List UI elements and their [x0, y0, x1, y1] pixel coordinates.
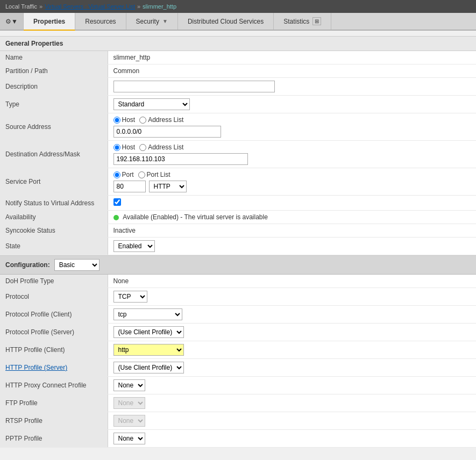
- dest-host-radio[interactable]: [113, 144, 120, 151]
- table-row: Protocol Profile (Client) tcp tcp-wan-op…: [0, 306, 476, 324]
- table-row: FTP Profile None: [0, 394, 476, 412]
- ftp-select[interactable]: None: [113, 397, 145, 409]
- availability-value: Available (Enabled) - The virtual server…: [123, 213, 268, 221]
- source-input[interactable]: [113, 126, 221, 138]
- http-server-label: HTTP Profile (Server): [0, 359, 108, 377]
- name-value: slimmer_http: [113, 54, 151, 61]
- table-row: Availability Available (Enabled) - The v…: [0, 211, 476, 224]
- partition-label: Partition / Path: [0, 64, 108, 78]
- general-properties-title: General Properties: [5, 40, 63, 47]
- availability-dot: [113, 215, 119, 220]
- service-port-radio[interactable]: [113, 171, 120, 178]
- table-row: HTTP Profile (Client) http (Use Client P…: [0, 341, 476, 359]
- syncookie-value: Inactive: [113, 227, 136, 234]
- dest-label: Destination Address/Mask: [0, 141, 108, 168]
- source-host-radio-label[interactable]: Host: [113, 116, 136, 124]
- table-row: PPTP Profile None: [0, 430, 476, 448]
- http-proxy-select[interactable]: None: [113, 379, 145, 391]
- table-row: Protocol Profile (Server) (Use Client Pr…: [0, 324, 476, 341]
- dest-addrlist-radio[interactable]: [139, 144, 146, 151]
- breadcrumb-sep2: »: [137, 3, 140, 10]
- protocol-select[interactable]: TCP UDP SCTP: [113, 291, 147, 303]
- notify-checkbox[interactable]: [113, 198, 121, 206]
- tab-resources[interactable]: Resources: [75, 13, 126, 30]
- service-portlist-radio[interactable]: [138, 171, 145, 178]
- proto-client-label: Protocol Profile (Client): [0, 306, 108, 324]
- http-client-select[interactable]: http (Use Client Profile) None: [113, 344, 184, 356]
- table-row: Type Standard Forwarding (IP) Performanc…: [0, 96, 476, 113]
- configuration-label: Configuration:: [5, 261, 50, 269]
- proto-server-label: Protocol Profile (Server): [0, 324, 108, 341]
- tab-distributed-label: Distributed Cloud Services: [188, 18, 264, 25]
- partition-value: Common: [113, 67, 140, 75]
- gear-dropdown-arrow: ▼: [11, 18, 18, 25]
- http-client-label: HTTP Profile (Client): [0, 341, 108, 359]
- tab-security[interactable]: Security ▼: [126, 13, 178, 30]
- table-row: Protocol TCP UDP SCTP: [0, 288, 476, 306]
- service-port-radio-label[interactable]: Port: [113, 171, 134, 178]
- source-label: Source Address: [0, 113, 108, 141]
- http-server-select[interactable]: (Use Client Profile) http None: [113, 362, 184, 373]
- tab-statistics[interactable]: Statistics ⊞: [274, 13, 331, 30]
- proto-client-select[interactable]: tcp tcp-wan-optimized: [113, 308, 182, 320]
- notify-label: Notify Status to Virtual Address: [0, 196, 108, 211]
- dest-input[interactable]: [113, 153, 248, 165]
- source-host-radio[interactable]: [113, 117, 120, 124]
- state-select[interactable]: Enabled Disabled: [113, 240, 155, 252]
- pptp-label: PPTP Profile: [0, 430, 108, 448]
- dest-addrlist-radio-label[interactable]: Address List: [139, 143, 183, 151]
- doh-value: None: [113, 277, 129, 285]
- syncookie-label: Syncookie Status: [0, 224, 108, 238]
- gear-icon: ⚙: [5, 18, 11, 25]
- protocol-label: Protocol: [0, 288, 108, 306]
- rtsp-select[interactable]: None: [113, 415, 145, 427]
- source-radio-group: Host Address List: [113, 116, 471, 124]
- type-label: Type: [0, 96, 108, 113]
- service-port-radio-text: Port: [122, 171, 134, 178]
- source-addrlist-label: Address List: [148, 116, 183, 124]
- pptp-select[interactable]: None: [113, 433, 145, 444]
- source-addrlist-radio[interactable]: [139, 117, 146, 124]
- name-label: Name: [0, 51, 108, 64]
- configuration-bar: Configuration: Basic Advanced: [0, 255, 476, 275]
- general-properties-header: General Properties: [0, 36, 476, 51]
- breadcrumb-part1: Local Traffic: [5, 3, 37, 10]
- dest-host-radio-label[interactable]: Host: [113, 143, 136, 151]
- general-properties-table: Name slimmer_http Partition / Path Commo…: [0, 51, 476, 255]
- proto-server-select[interactable]: (Use Client Profile) tcp: [113, 326, 184, 338]
- table-row: Syncookie Status Inactive: [0, 224, 476, 238]
- dest-radio-group: Host Address List: [113, 143, 471, 151]
- type-select[interactable]: Standard Forwarding (IP) Performance (HT…: [113, 98, 190, 110]
- table-row: State Enabled Disabled: [0, 238, 476, 255]
- gear-tab[interactable]: ⚙ ▼: [0, 13, 24, 30]
- service-port-input[interactable]: [113, 181, 146, 192]
- tab-statistics-label: Statistics: [283, 18, 309, 25]
- description-input[interactable]: [113, 81, 275, 92]
- breadcrumb-current: slimmer_http: [143, 3, 176, 10]
- tab-security-label: Security: [136, 18, 159, 25]
- service-radio-group: Port Port List: [113, 171, 471, 178]
- table-row: Name slimmer_http: [0, 51, 476, 64]
- source-addrlist-radio-label[interactable]: Address List: [139, 116, 183, 124]
- table-row: HTTP Proxy Connect Profile None: [0, 377, 476, 394]
- tab-properties-label: Properties: [33, 18, 65, 25]
- ftp-label: FTP Profile: [0, 394, 108, 412]
- breadcrumb: Local Traffic » Virtual Servers : Virtua…: [0, 0, 476, 13]
- tab-distributed[interactable]: Distributed Cloud Services: [178, 13, 274, 30]
- breadcrumb-part2: Virtual Servers : Virtual Server List: [45, 3, 135, 10]
- dest-addrlist-label: Address List: [148, 143, 183, 151]
- main-content: General Properties Name slimmer_http Par…: [0, 31, 476, 448]
- service-protocol-select[interactable]: HTTP HTTPS FTP Other: [149, 181, 187, 192]
- table-row: RTSP Profile None: [0, 412, 476, 430]
- table-row: DoH Profile Type None: [0, 275, 476, 288]
- tab-properties[interactable]: Properties: [24, 13, 75, 31]
- service-portlist-radio-label[interactable]: Port List: [138, 171, 170, 178]
- table-row: HTTP Profile (Server) (Use Client Profil…: [0, 359, 476, 377]
- breadcrumb-sep1: »: [39, 3, 42, 10]
- statistics-icon: ⊞: [312, 17, 321, 25]
- rtsp-label: RTSP Profile: [0, 412, 108, 430]
- configuration-mode-select[interactable]: Basic Advanced: [54, 259, 100, 271]
- table-row: Description: [0, 78, 476, 96]
- table-row: Notify Status to Virtual Address: [0, 196, 476, 211]
- http-proxy-label: HTTP Proxy Connect Profile: [0, 377, 108, 394]
